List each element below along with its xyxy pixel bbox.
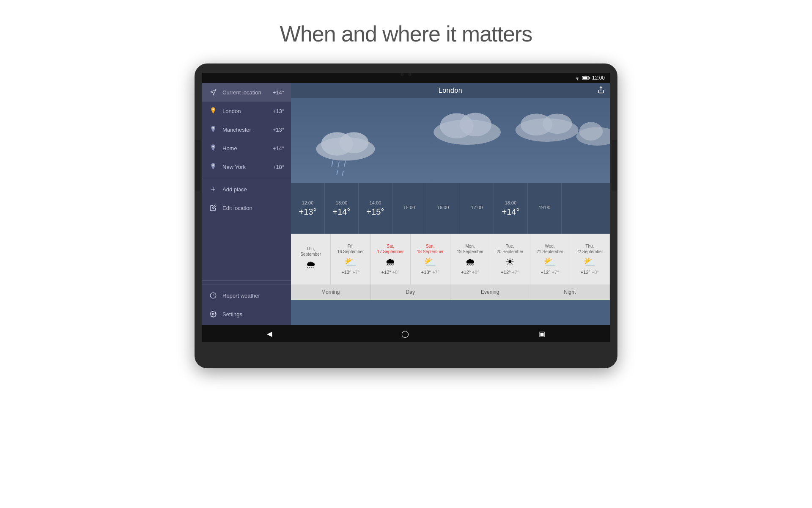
svg-marker-4 [211, 89, 216, 95]
svg-point-6 [212, 127, 214, 129]
back-button[interactable]: ◀ [258, 326, 280, 341]
sidebar-item-settings[interactable]: Settings [202, 305, 291, 323]
daily-day-thu22: Thu,22 September [576, 243, 603, 254]
hourly-item-1200: 12:00 +13° [291, 183, 325, 234]
sidebar-item-current-location[interactable]: Current location +14° [202, 83, 291, 102]
sidebar-item-edit-location[interactable]: Edit location [202, 199, 291, 217]
sidebar-label-home: Home [222, 145, 273, 152]
sidebar-label-edit-location: Edit location [222, 205, 284, 211]
daily-temps-tue20: +12° +7° [501, 270, 519, 275]
weather-scene-svg [291, 98, 610, 183]
hourly-temp-1400: +15° [367, 207, 384, 217]
sidebar-item-report-weather[interactable]: Report weather [202, 286, 291, 305]
add-place-icon [209, 185, 217, 193]
sidebar-temp-manchester: +13° [273, 127, 284, 133]
sidebar: Current location +14° London +13° [202, 83, 291, 325]
hourly-temp-1300: +14° [333, 207, 351, 217]
hourly-item-1900: 19:00 [528, 183, 562, 234]
svg-point-32 [579, 122, 603, 141]
hourly-item-1400: 14:00 +15° [359, 183, 392, 234]
time-period-morning: Morning [291, 284, 371, 300]
speaker-right [612, 140, 617, 190]
svg-point-8 [212, 164, 214, 166]
daily-icon-thu15: 🌧 [306, 259, 316, 271]
daily-temps-sat17: +12° +8° [381, 270, 400, 275]
daily-item-sun18: Sun,18 September ⛅ +13° +7° [411, 234, 450, 284]
hourly-item-1800: 18:00 +14° [494, 183, 528, 234]
report-weather-icon [209, 291, 217, 300]
daily-temps-wed21: +12° +7° [541, 270, 559, 275]
daily-icon-thu22: ⛅ [583, 256, 596, 268]
sidebar-temp-current: +14° [273, 89, 284, 96]
hourly-forecast[interactable]: 12:00 +13° 13:00 +14° 14:00 +15° 15:00 [291, 183, 610, 234]
sidebar-item-london[interactable]: London +13° [202, 102, 291, 120]
daily-day-mon19: Mon,19 September [457, 243, 483, 254]
svg-point-27 [460, 113, 491, 137]
battery-icon [582, 75, 590, 80]
sidebar-item-manchester[interactable]: Manchester +13° [202, 120, 291, 139]
hourly-time-1200: 12:00 [302, 200, 314, 205]
sidebar-label-settings: Settings [222, 311, 284, 318]
camera-dot-2 [408, 73, 411, 76]
recents-button[interactable]: ▣ [530, 326, 554, 341]
pin-icon-manchester [209, 125, 217, 134]
daily-hi-mon19: +12° [461, 270, 471, 275]
sidebar-item-add-place[interactable]: Add place [202, 180, 291, 199]
daily-temps-mon19: +12° +8° [461, 270, 479, 275]
daily-day-fri16: Fri,16 September [337, 243, 364, 254]
hourly-item-1300: 13:00 +14° [325, 183, 359, 234]
svg-point-19 [339, 132, 368, 153]
hourly-item-1600: 16:00 [426, 183, 460, 234]
daily-lo-sun18: +7° [432, 270, 439, 275]
svg-rect-3 [589, 77, 590, 79]
pin-icon-newyork [209, 163, 217, 171]
daily-icon-fri16: ⛅ [344, 256, 357, 268]
svg-point-0 [577, 80, 578, 80]
weather-header: London [291, 83, 610, 98]
sidebar-temp-newyork: +18° [273, 164, 284, 170]
svg-point-5 [212, 108, 214, 110]
pin-svg-newyork [210, 163, 216, 171]
report-svg [210, 292, 217, 299]
svg-point-7 [212, 146, 214, 147]
svg-point-30 [543, 114, 572, 134]
daily-temps-thu22: +12° +8° [581, 270, 599, 275]
daily-day-thu15: Thu,September [300, 246, 321, 257]
daily-hi-sun18: +13° [421, 270, 431, 275]
daily-day-tue20: Tue,20 September [497, 243, 523, 254]
pin-icon-london [209, 107, 217, 115]
daily-item-thu15: Thu,September 🌧 [291, 234, 331, 284]
weather-visual [291, 98, 610, 183]
daily-item-fri16: Fri,16 September ⛅ +13° +7° [331, 234, 370, 284]
status-icons: 12:00 [574, 75, 605, 81]
sidebar-divider-1 [202, 178, 291, 178]
hourly-time-1600: 16:00 [437, 205, 449, 210]
tablet-screen: 12:00 Current location +14° [202, 73, 610, 342]
sidebar-label-current: Current location [222, 89, 273, 96]
camera-dot-1 [401, 73, 404, 76]
share-button[interactable] [597, 86, 605, 96]
home-button[interactable]: ◯ [393, 326, 417, 341]
daily-icon-sat17: 🌧 [385, 256, 395, 268]
daily-day-sun18: Sun,18 September [417, 243, 444, 254]
daily-item-tue20: Tue,20 September ☀ +12° +7° [490, 234, 530, 284]
daily-icon-sun18: ⛅ [424, 256, 436, 268]
sidebar-item-newyork[interactable]: New York +18° [202, 157, 291, 176]
time-period-day: Day [371, 284, 451, 300]
daily-item-sat17: Sat,17 September 🌧 +12° +8° [371, 234, 411, 284]
sidebar-temp-home: +14° [273, 145, 284, 152]
daily-item-mon19: Mon,19 September 🌧 +12° +8° [450, 234, 490, 284]
weather-panel: London [291, 83, 610, 325]
svg-rect-2 [583, 77, 587, 79]
sidebar-label-manchester: Manchester [222, 127, 273, 133]
svg-point-14 [212, 313, 214, 315]
daily-hi-tue20: +12° [501, 270, 510, 275]
sidebar-label-report-weather: Report weather [222, 293, 284, 299]
hourly-time-1500: 15:00 [403, 205, 415, 210]
daily-forecast: Thu,September 🌧 Fri,16 September ⛅ +13° … [291, 234, 610, 284]
hourly-time-1700: 17:00 [471, 205, 483, 210]
daily-hi-wed21: +12° [541, 270, 551, 275]
sidebar-item-home[interactable]: Home +14° [202, 139, 291, 157]
daily-hi-sat17: +12° [381, 270, 391, 275]
hourly-time-1800: 18:00 [505, 200, 517, 205]
